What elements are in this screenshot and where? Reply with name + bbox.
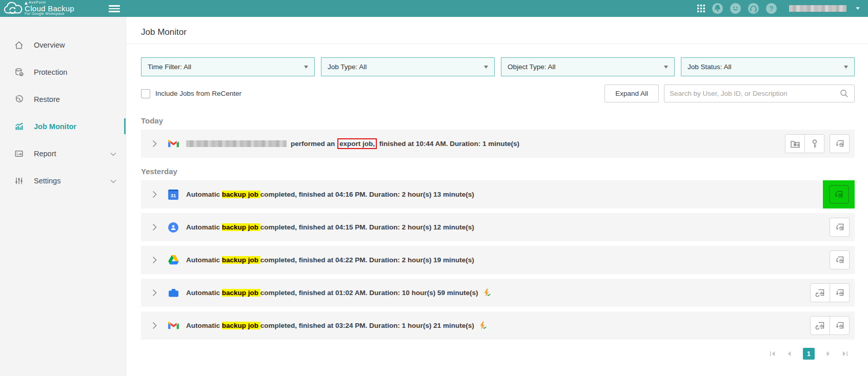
section-label-today: Today: [141, 116, 855, 125]
drive-icon: [168, 255, 179, 266]
export-data-button[interactable]: [785, 134, 805, 153]
search-input[interactable]: [670, 90, 839, 97]
expand-chevron-icon[interactable]: [152, 223, 159, 231]
download-report-button[interactable]: [829, 185, 849, 204]
calendar-icon: 31: [168, 189, 179, 200]
expand-all-button[interactable]: Expand All: [604, 85, 659, 102]
job-type-dropdown[interactable]: Job Type: All: [321, 57, 495, 76]
search-icon[interactable]: [839, 89, 849, 98]
topbar: AvePoint Cloud Backup For Google Workspa…: [0, 0, 868, 17]
apps-grid-icon[interactable]: [697, 5, 705, 12]
annotation-red-box: export job,: [337, 138, 377, 149]
regenerate-report-button[interactable]: [810, 316, 830, 335]
search-box: [664, 85, 855, 102]
filter-label: Object Type: All: [508, 63, 556, 71]
regenerate-report-button[interactable]: [810, 283, 830, 302]
gmail-icon: [168, 138, 179, 150]
annotation-yellow-highlight: backup job: [222, 322, 260, 329]
download-report-button[interactable]: [830, 250, 850, 269]
page-title: Job Monitor: [141, 17, 855, 44]
object-type-dropdown[interactable]: Object Type: All: [501, 57, 675, 76]
sidebar-item-job-monitor[interactable]: Job Monitor: [0, 113, 126, 140]
job-row-backup-calendar[interactable]: 31 Automatic backup job completed, finis…: [141, 180, 855, 208]
expand-chevron-icon[interactable]: [152, 322, 159, 329]
topbar-actions: ?: [697, 3, 868, 14]
job-row-backup-gmail[interactable]: Automatic backup job completed, finished…: [141, 311, 855, 340]
protection-icon: [13, 67, 25, 77]
job-text-after: completed, finished at 04:16 PM. Duratio…: [260, 191, 474, 198]
job-monitor-icon: [13, 121, 25, 132]
sidebar-item-restore[interactable]: Restore: [0, 86, 126, 113]
encryption-key-button[interactable]: [804, 134, 824, 153]
sidebar-item-report[interactable]: Report: [0, 140, 126, 167]
job-row-export-gmail[interactable]: performed an export job, finished at 10:…: [141, 130, 855, 158]
completed-with-exceptions-icon: [478, 321, 487, 330]
row-actions: [810, 283, 850, 302]
expand-chevron-icon[interactable]: [152, 289, 159, 297]
feedback-icon[interactable]: [730, 3, 741, 14]
current-page-button[interactable]: 1: [803, 348, 815, 360]
next-page-icon[interactable]: [825, 350, 832, 357]
shared-drive-icon: [168, 287, 179, 299]
expand-chevron-icon[interactable]: [152, 256, 159, 264]
sidebar-item-label: Settings: [34, 177, 60, 185]
sidebar-item-overview[interactable]: Overview: [0, 31, 126, 58]
user-menu-caret-icon[interactable]: [856, 7, 860, 10]
title-divider: [126, 44, 868, 44]
time-filter-dropdown[interactable]: Time Filter: All: [141, 57, 315, 76]
download-report-button[interactable]: [830, 134, 850, 153]
gmail-icon: [168, 320, 179, 331]
chevron-down-icon: [110, 149, 116, 158]
settings-icon: [13, 176, 25, 186]
sidebar-item-settings[interactable]: Settings: [0, 167, 126, 194]
job-text-after: completed, finished at 04:15 PM. Duratio…: [260, 223, 474, 231]
annotation-yellow-highlight: backup job: [222, 191, 260, 198]
expand-chevron-icon[interactable]: [152, 140, 159, 148]
sidebar-item-label: Report: [34, 150, 56, 158]
annotation-yellow-highlight: backup job: [222, 223, 260, 231]
job-text-after: completed, finished at 03:24 PM. Duratio…: [260, 322, 474, 329]
section-label-yesterday: Yesterday: [141, 167, 855, 176]
job-text-before: performed an: [291, 140, 337, 148]
pagination: 1: [141, 348, 855, 360]
job-status-dropdown[interactable]: Job Status: All: [681, 57, 855, 76]
include-recenter-label: Include Jobs from ReCenter: [155, 90, 241, 97]
notifications-icon[interactable]: [712, 3, 723, 14]
download-report-button[interactable]: [830, 283, 850, 302]
report-icon: [13, 149, 25, 159]
first-page-icon[interactable]: [769, 350, 776, 357]
annotation-green-highlight: [823, 180, 855, 208]
download-report-button[interactable]: [830, 316, 850, 335]
support-icon[interactable]: [748, 3, 759, 14]
job-row-backup-drive[interactable]: Automatic backup job completed, finished…: [141, 246, 855, 274]
contacts-icon: [168, 222, 179, 233]
user-name-redacted[interactable]: [789, 5, 846, 12]
last-page-icon[interactable]: [842, 350, 849, 357]
user-email-redacted: [186, 140, 287, 147]
job-row-backup-shared-drive[interactable]: Automatic backup job completed, finished…: [141, 279, 855, 307]
filter-bar: Time Filter: All Job Type: All Object Ty…: [141, 57, 855, 76]
chevron-down-icon: [484, 66, 488, 69]
chevron-down-icon: [110, 176, 116, 185]
sidebar-item-protection[interactable]: Protection: [0, 58, 126, 86]
job-text-annotated: export job,: [339, 140, 375, 148]
sidebar-item-label: Job Monitor: [34, 122, 76, 131]
chevron-down-icon: [304, 66, 308, 69]
help-icon[interactable]: ?: [766, 3, 777, 14]
annotation-yellow-highlight: backup job: [222, 256, 260, 264]
job-row-backup-contacts[interactable]: Automatic backup job completed, finished…: [141, 213, 855, 241]
hamburger-menu-icon[interactable]: [109, 4, 120, 13]
include-recenter-checkbox[interactable]: [141, 89, 150, 98]
sidebar: Overview Protection Restore: [0, 17, 126, 376]
expand-chevron-icon[interactable]: [152, 191, 159, 198]
job-text-before: Automatic: [186, 256, 222, 264]
filter-label: Job Status: All: [688, 63, 732, 71]
completed-with-exceptions-icon: [482, 288, 491, 297]
annotation-yellow-highlight: backup job: [222, 289, 260, 297]
previous-page-icon[interactable]: [786, 350, 793, 357]
restore-icon: [13, 94, 25, 105]
controls-row: Include Jobs from ReCenter Expand All: [141, 85, 855, 102]
job-text-before: Automatic: [186, 191, 222, 198]
cloud-backup-logo-icon: [3, 1, 24, 16]
download-report-button[interactable]: [830, 218, 850, 237]
